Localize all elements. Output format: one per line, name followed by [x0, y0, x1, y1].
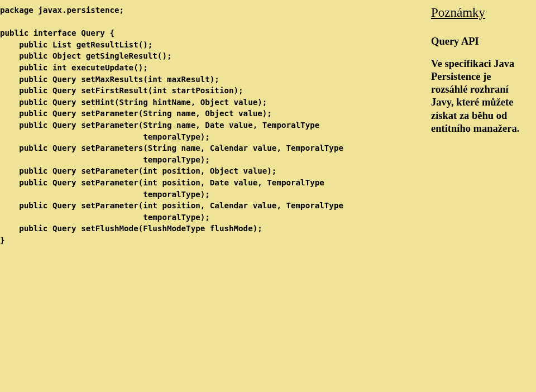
code-line: public List getResultList(); — [0, 40, 152, 49]
notes-body: Ve specifikaci Java Persistence je rozsá… — [431, 58, 527, 135]
code-block: package javax.persistence; public interf… — [0, 4, 424, 246]
code-line: temporalType); — [0, 213, 210, 222]
code-line: public Query setFirstResult(int startPos… — [0, 86, 243, 95]
code-line: temporalType); — [0, 132, 210, 141]
code-line: public Query setHint(String hintName, Ob… — [0, 98, 267, 107]
code-line: public Query setParameters(String name, … — [0, 144, 343, 152]
code-line: public int executeUpdate(); — [0, 63, 148, 72]
code-line: public Query setParameter(int position, … — [0, 166, 276, 175]
code-line: } — [0, 236, 5, 245]
code-line: public Query setMaxResults(int maxResult… — [0, 75, 219, 84]
code-line: public interface Query { — [0, 28, 114, 37]
code-line: public Query setParameter(String name, D… — [0, 121, 319, 130]
notes-title: Poznámky — [431, 6, 527, 20]
notes-sidebar: Poznámky Query API Ve specifikaci Java P… — [424, 0, 536, 392]
code-line: public Query setParameter(int position, … — [0, 178, 324, 187]
code-line: public Query setParameter(int position, … — [0, 201, 343, 210]
code-panel: package javax.persistence; public interf… — [0, 0, 424, 392]
code-line: public Query setParameter(String name, O… — [0, 109, 272, 118]
code-line: public Query setFlushMode(FlushModeType … — [0, 224, 262, 233]
code-line: package javax.persistence; — [0, 6, 124, 15]
code-line: temporalType); — [0, 155, 210, 164]
code-line: public Object getSingleResult(); — [0, 51, 172, 60]
notes-heading: Query API — [431, 36, 527, 47]
code-line: temporalType); — [0, 190, 210, 199]
